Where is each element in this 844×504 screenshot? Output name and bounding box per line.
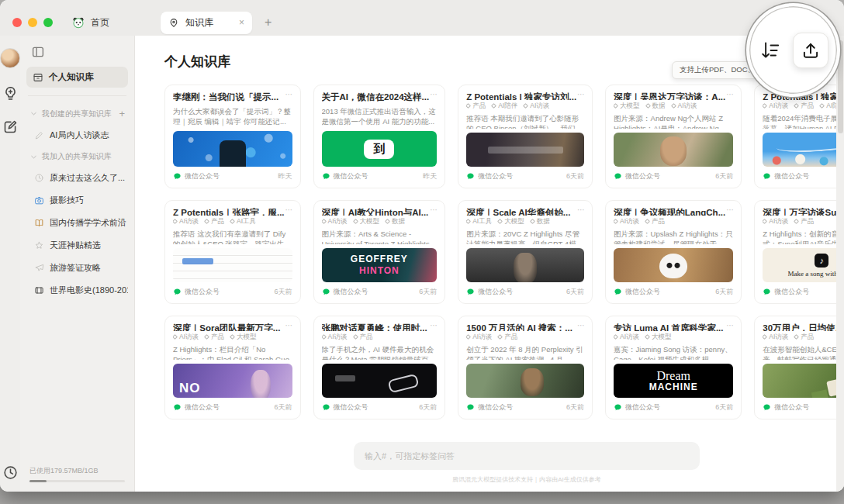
- plane-icon: [34, 263, 44, 273]
- sidebar-item-personal-kb[interactable]: 个人知识库: [26, 67, 128, 88]
- left-rail: [0, 36, 20, 492]
- card-more-icon[interactable]: ⋯: [285, 205, 294, 214]
- sidebar-item-label: 摄影技巧: [50, 195, 84, 206]
- close-window-button[interactable]: [12, 18, 22, 27]
- sidebar-item[interactable]: 国内传播学学术前沿: [26, 212, 128, 233]
- thumbnail-text-line: MACHINE: [649, 382, 698, 392]
- sidebar-item[interactable]: 摄影技巧: [26, 190, 128, 211]
- titlebar: 首页 知识库 × +: [0, 0, 844, 36]
- wechat-official-account-icon: [614, 403, 622, 412]
- tag: 大模型: [498, 218, 524, 225]
- card-more-icon[interactable]: ⋯: [285, 90, 294, 98]
- kb-card[interactable]: Z Potentials | 独家专访刘...⋯产品AI陪伴AI访谈推荐语 本期…: [458, 85, 593, 188]
- tag: AI访谈: [614, 218, 639, 225]
- tag-icon: [466, 103, 471, 109]
- kb-card[interactable]: 关于AI，微信在2024这样...⋯2013 年微信正式推出语音输入，这是微信第…: [313, 85, 446, 188]
- card-title: 关于AI，微信在2024这样...: [322, 91, 438, 103]
- tag: 大模型: [614, 102, 640, 109]
- card-more-icon[interactable]: ⋯: [430, 321, 438, 330]
- sidebar-item[interactable]: AI局内人访谈志: [26, 125, 128, 146]
- card-description: Z Highlights：栏目介绍「No Priors」：由 Elad Gil …: [173, 344, 292, 361]
- history-clock-icon[interactable]: [2, 464, 19, 481]
- avatar[interactable]: [0, 48, 20, 68]
- tag: AI访谈: [672, 102, 697, 109]
- compose-icon[interactable]: [2, 119, 19, 135]
- tag-icon: [614, 103, 618, 109]
- kb-card[interactable]: 深度｜Scale AI华裔创始...⋯AI工具大模型数据图片来源：20VC Z …: [458, 200, 593, 304]
- card-source-label: 微信公众号: [478, 402, 513, 413]
- sidebar-section-label: 我加入的共享知识库: [42, 151, 112, 162]
- card-more-icon[interactable]: ⋯: [430, 90, 438, 98]
- scrollbar[interactable]: [836, 36, 844, 492]
- kb-card[interactable]: Z Potentials｜张路宇，服...⋯AI访谈产品AI工具推荐语 这次我们…: [164, 200, 301, 304]
- tab-close-icon[interactable]: ×: [239, 18, 244, 27]
- card-date: 6天前: [715, 171, 733, 181]
- kb-card[interactable]: 深度｜万字访谈Suno CE...⋯AI访谈产品Z Highlights：创新的…: [754, 200, 844, 304]
- minimize-window-button[interactable]: [28, 18, 37, 27]
- add-shared-kb-button[interactable]: +: [119, 108, 125, 119]
- ask-input-bar[interactable]: [354, 442, 700, 470]
- new-knowledge-icon[interactable]: [2, 85, 19, 102]
- new-tab-button[interactable]: +: [260, 16, 276, 29]
- tag: AI访谈: [763, 218, 788, 225]
- card-footer: 微信公众号6天前: [466, 402, 584, 413]
- card-more-icon[interactable]: ⋯: [726, 205, 735, 214]
- kb-card[interactable]: 深度｜吴恩达万字访谈：A...⋯大模型数据AI访谈图片来源：Andrew Ng个…: [605, 85, 742, 188]
- sidebar-item[interactable]: 天涯神贴精选: [26, 235, 128, 256]
- card-more-icon[interactable]: ⋯: [285, 321, 294, 330]
- card-more-icon[interactable]: ⋯: [726, 321, 735, 330]
- card-tags: AI访谈产品: [763, 218, 844, 225]
- tag-label: 产品: [801, 102, 814, 109]
- card-tags: AI访谈大模型: [614, 333, 733, 340]
- card-description: 2013 年微信正式推出语音输入，这是微信第一个使用 AI 能力的功能...: [322, 106, 438, 127]
- card-thumbnail: [173, 248, 292, 282]
- card-grid: 李继刚：当我们说「提示...⋯为什么大家都误会了「提示词」？整理｜宛辰 编辑｜靖…: [164, 85, 844, 419]
- kb-card[interactable]: 30万用户，日均使用4.7...⋯AI访谈产品在波形智能创始人&CEO 姜昱辰看…: [754, 316, 844, 419]
- kb-card[interactable]: 深度｜Sora团队最新万字...⋯AI访谈产品大模型Z Highlights：栏…: [164, 316, 301, 419]
- card-more-icon[interactable]: ⋯: [577, 205, 586, 214]
- card-description: 创立于 2022 年 8 月的 Perplexity 引领了当下的 AI 搜索热…: [466, 344, 584, 361]
- tag-label: AI访谈: [179, 218, 199, 225]
- tag: 产品: [466, 102, 486, 109]
- chevron-down-icon: [29, 109, 38, 118]
- tag-label: 数据: [652, 102, 666, 109]
- card-tags: 产品AI陪伴AI访谈: [466, 102, 584, 109]
- kb-card[interactable]: 专访 Luma AI 首席科学家...⋯AI访谈大模型嘉宾：Jiaming So…: [605, 316, 742, 419]
- upload-button[interactable]: [793, 33, 828, 68]
- kb-card[interactable]: 李继刚：当我们说「提示...⋯为什么大家都误会了「提示词」？整理｜宛辰 编辑｜靖…: [164, 85, 301, 188]
- tag-icon: [794, 334, 799, 340]
- tag-icon: [645, 103, 651, 109]
- tag-icon: [794, 219, 799, 224]
- sidebar-section-我创建的共享知识库[interactable]: 我创建的共享知识库+: [26, 104, 128, 123]
- tag-icon: [204, 219, 209, 224]
- kb-card[interactable]: 1500 万月活的 AI 搜索：...⋯AI访谈产品创立于 2022 年 8 月…: [458, 316, 593, 419]
- card-more-icon[interactable]: ⋯: [430, 205, 438, 214]
- ask-input[interactable]: [365, 451, 689, 461]
- card-more-icon[interactable]: ⋯: [577, 90, 586, 98]
- card-more-icon[interactable]: ⋯: [726, 90, 735, 98]
- traffic-lights: [12, 18, 53, 27]
- kb-card[interactable]: 深度｜争议频现的LangCh...⋯AI访谈产品图片来源：Upslash Z H…: [605, 200, 742, 304]
- card-date: 昨天: [423, 171, 437, 181]
- card-title: 深度｜万字访谈Suno CE...: [763, 207, 844, 216]
- sidebar-item[interactable]: 原来过去这么久了...: [26, 167, 128, 188]
- home-tab[interactable]: 首页: [64, 12, 117, 33]
- sidebar-toggle-icon[interactable]: [31, 45, 45, 59]
- sidebar-item[interactable]: 世界电影史(1890-2010): [26, 280, 128, 301]
- tag-icon: [497, 219, 503, 224]
- sort-button[interactable]: [759, 39, 782, 62]
- card-footer: 微信公众号6天前: [322, 402, 438, 413]
- sidebar-item[interactable]: 旅游签证攻略: [26, 257, 128, 278]
- card-description: 在波形智能创始人&CEO 姜昱辰看来，蛙蛙写作已经跑通了 PMF，...: [763, 344, 844, 361]
- sidebar-section-我加入的共享知识库[interactable]: 我加入的共享知识库: [26, 147, 128, 166]
- card-more-icon[interactable]: ⋯: [577, 321, 586, 330]
- kb-card[interactable]: 张鹏对话夏勇峰：使用时...⋯AI访谈产品除了手机之外，AI 硬件最大的机会是什…: [313, 316, 446, 419]
- tab-knowledge-base[interactable]: 知识库 ×: [161, 12, 252, 34]
- wechat-official-account-icon: [466, 172, 475, 181]
- kb-card[interactable]: 深度｜AI教父Hinton与AI...⋯AI访谈大模型数据图片来源：Arts &…: [313, 200, 446, 304]
- card-description: Z Highlights：创新的音乐创作方式：Suno利用AI音乐生成工具，通.…: [763, 229, 844, 245]
- tag-icon: [497, 334, 503, 340]
- card-description: 图片来源：Arts & Science - University of Toro…: [322, 229, 438, 245]
- kb-card[interactable]: Z Potentials | 独家专访跃...⋯AI访谈产品AI陪伴随着2024…: [754, 85, 844, 188]
- maximize-window-button[interactable]: [43, 18, 53, 27]
